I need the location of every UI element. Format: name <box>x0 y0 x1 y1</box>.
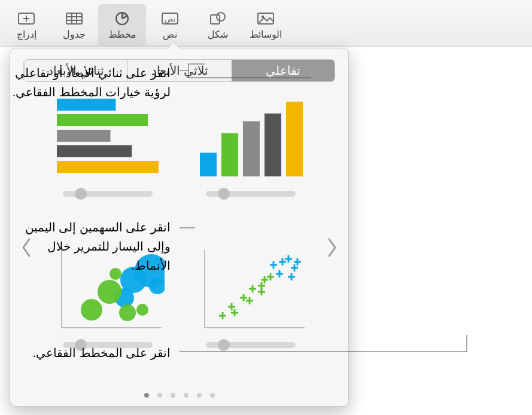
callout-connectors <box>0 0 532 415</box>
